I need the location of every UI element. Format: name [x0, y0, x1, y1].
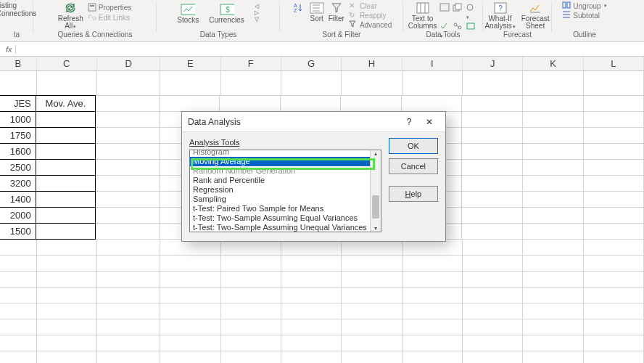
cell[interactable] [281, 351, 342, 363]
close-button[interactable]: ✕ [419, 117, 439, 127]
cell[interactable] [97, 335, 160, 351]
cell[interactable] [523, 240, 583, 256]
column-header[interactable]: E [160, 57, 220, 70]
cell[interactable] [462, 112, 523, 128]
cell[interactable] [96, 144, 160, 160]
cell[interactable] [37, 256, 97, 272]
cell[interactable] [281, 272, 342, 287]
cell[interactable] [160, 287, 220, 303]
cell[interactable]: 1400 [0, 191, 36, 208]
scroll-up-icon[interactable]: ▴ [371, 150, 381, 157]
cell[interactable] [36, 207, 96, 224]
cell[interactable] [221, 272, 281, 287]
help-titlebar-button[interactable]: ? [399, 117, 419, 127]
cell[interactable]: 1000 [0, 111, 36, 128]
cell[interactable] [463, 287, 523, 303]
cell[interactable] [221, 335, 281, 351]
cell[interactable] [160, 303, 220, 319]
cell[interactable] [36, 111, 96, 128]
cell[interactable] [37, 272, 97, 287]
cell[interactable] [97, 240, 160, 256]
cell[interactable] [463, 240, 523, 256]
edit-links-button[interactable]: Edit Links [88, 13, 132, 22]
cell[interactable] [96, 224, 160, 240]
cell[interactable] [462, 128, 523, 144]
cell[interactable] [402, 303, 463, 319]
cell[interactable] [584, 71, 644, 96]
cell[interactable] [0, 71, 37, 96]
remove-dupes-icon[interactable] [453, 3, 464, 20]
cell[interactable] [523, 192, 584, 208]
cell[interactable] [584, 303, 644, 319]
cell[interactable] [160, 335, 220, 351]
cell[interactable] [462, 208, 523, 224]
cell[interactable] [342, 351, 402, 363]
cell[interactable] [281, 240, 342, 256]
cell[interactable] [220, 96, 281, 112]
fx-label[interactable]: fx [3, 45, 16, 54]
cell[interactable] [97, 287, 160, 303]
cell[interactable] [36, 191, 96, 208]
cell[interactable]: 2000 [0, 207, 36, 224]
analysis-tools-listbox[interactable]: HistogramMoving AverageRandom Number Gen… [189, 150, 381, 232]
cell[interactable] [462, 96, 523, 112]
listbox-item[interactable]: t-Test: Two-Sample Assuming Unequal Vari… [190, 223, 370, 232]
cell[interactable]: 1750 [0, 127, 36, 144]
properties-button[interactable]: Properties [88, 3, 132, 12]
cell[interactable] [281, 96, 342, 112]
cell[interactable] [523, 287, 583, 303]
cell[interactable] [342, 240, 402, 256]
cell[interactable] [584, 224, 645, 240]
cell[interactable] [402, 256, 463, 272]
cell[interactable] [221, 303, 281, 319]
dialog-titlebar[interactable]: Data Analysis ? ✕ [182, 112, 445, 132]
cell[interactable] [523, 71, 583, 96]
cell[interactable] [523, 208, 584, 224]
cell[interactable] [402, 287, 463, 303]
text-to-columns-button[interactable]: Text to Columns [408, 1, 437, 30]
ok-button[interactable]: OK [389, 138, 438, 154]
scroll-down-icon[interactable]: ▾ [371, 225, 381, 232]
cell[interactable] [402, 272, 463, 287]
cell[interactable] [584, 287, 644, 303]
listbox-item[interactable]: Histogram [190, 150, 370, 157]
column-header[interactable]: G [281, 57, 342, 70]
cell[interactable] [160, 351, 220, 363]
cell[interactable] [342, 335, 402, 351]
cell[interactable] [97, 272, 160, 287]
cell[interactable] [221, 319, 281, 335]
cell[interactable] [463, 319, 523, 335]
refresh-all-button[interactable]: Refresh All [58, 1, 83, 30]
cell[interactable] [584, 160, 645, 176]
cell[interactable] [281, 335, 342, 351]
cell[interactable] [584, 208, 645, 224]
cell[interactable] [96, 192, 160, 208]
cell[interactable] [160, 319, 220, 335]
cell[interactable] [96, 176, 160, 192]
cell[interactable] [463, 351, 523, 363]
flash-fill-icon[interactable] [439, 3, 451, 20]
cell[interactable] [36, 127, 96, 144]
cell[interactable] [96, 112, 160, 128]
cell[interactable] [584, 256, 644, 272]
cell[interactable] [97, 256, 160, 272]
cell[interactable]: 1500 [0, 223, 36, 240]
whatif-button[interactable]: ? What-If Analysis [484, 1, 515, 30]
cell[interactable] [341, 96, 402, 112]
cell[interactable] [462, 144, 523, 160]
listbox-item[interactable]: t-Test: Paired Two Sample for Means [190, 204, 370, 213]
listbox-scrollbar[interactable]: ▴ ▾ [370, 150, 381, 232]
cell[interactable]: 3200 [0, 175, 36, 192]
cell[interactable] [584, 240, 644, 256]
cell[interactable] [523, 272, 583, 287]
cell[interactable] [221, 256, 281, 272]
column-header[interactable]: J [463, 57, 523, 70]
cell[interactable] [463, 272, 523, 287]
cell[interactable] [0, 335, 37, 351]
column-header[interactable]: C [37, 57, 97, 70]
cell[interactable] [584, 351, 644, 363]
cell[interactable] [160, 240, 220, 256]
listbox-item[interactable]: Moving Average [190, 157, 370, 166]
cell[interactable] [0, 272, 37, 287]
cell[interactable] [281, 303, 342, 319]
